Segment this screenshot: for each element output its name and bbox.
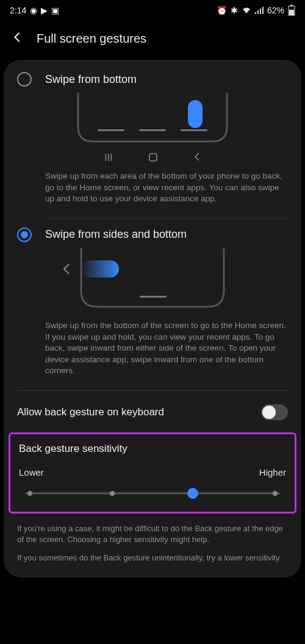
svg-rect-0 <box>255 12 256 14</box>
page-title: Full screen gestures <box>37 32 146 46</box>
option-swipe-bottom-desc: Swipe up from each area of the bottom of… <box>17 171 288 205</box>
sensitivity-slider[interactable] <box>19 487 286 499</box>
recents-icon: III <box>104 152 112 165</box>
svg-rect-7 <box>98 129 124 131</box>
option-swipe-bottom[interactable]: Swipe from bottom III Swipe up from each… <box>4 63 301 210</box>
settings-panel: Swipe from bottom III Swipe up from each… <box>4 60 301 578</box>
bluetooth-icon: ✱ <box>231 5 238 15</box>
picture-icon: ▣ <box>51 5 59 15</box>
nav-icons-row: III <box>17 152 288 165</box>
sensitivity-lower-label: Lower <box>19 467 44 478</box>
sensitivity-higher-label: Higher <box>259 467 286 478</box>
allow-back-gesture-toggle[interactable] <box>261 404 288 420</box>
battery-text: 62% <box>267 5 284 15</box>
option-swipe-sides-title: Swipe from sides and bottom <box>45 228 187 241</box>
option-swipe-sides-desc: Swipe up from the bottom of the screen t… <box>17 320 288 377</box>
option-swipe-sides[interactable]: Swipe from sides and bottom Swipe up fro… <box>4 219 301 382</box>
status-left: 2:14 ◉ ▶ ▣ <box>10 5 59 15</box>
sensitivity-title: Back gesture sensitivity <box>19 443 286 455</box>
svg-rect-2 <box>260 9 261 14</box>
home-icon <box>148 152 158 165</box>
allow-back-gesture-label: Allow back gesture on keyboard <box>17 406 164 418</box>
svg-rect-10 <box>188 100 203 128</box>
sensitivity-section: Back gesture sensitivity Lower Higher <box>9 432 296 513</box>
svg-rect-1 <box>257 10 259 14</box>
svg-rect-12 <box>81 260 119 277</box>
status-bar: 2:14 ◉ ▶ ▣ ⏰ ✱ 62% <box>0 0 305 21</box>
battery-icon <box>288 5 295 16</box>
record-icon: ◉ <box>30 5 37 15</box>
alarm-icon: ⏰ <box>217 5 227 15</box>
youtube-icon: ▶ <box>41 5 48 15</box>
svg-rect-11 <box>149 154 157 161</box>
option-swipe-bottom-title: Swipe from bottom <box>45 73 137 86</box>
radio-swipe-bottom[interactable] <box>17 72 32 87</box>
status-right: ⏰ ✱ 62% <box>217 5 295 16</box>
status-time: 2:14 <box>10 5 26 15</box>
svg-rect-9 <box>181 129 207 131</box>
svg-rect-3 <box>262 7 264 14</box>
svg-rect-8 <box>139 129 166 131</box>
wifi-icon <box>242 7 251 14</box>
back-button[interactable] <box>11 30 24 46</box>
signal-icon <box>255 7 264 14</box>
swipe-sides-illustration <box>17 248 288 315</box>
swipe-bottom-illustration <box>17 93 288 148</box>
header: Full screen gestures <box>0 21 305 60</box>
allow-back-gesture-row[interactable]: Allow back gesture on keyboard <box>4 391 301 432</box>
svg-rect-13 <box>140 296 167 298</box>
svg-rect-6 <box>289 10 294 15</box>
footnote-p2: If you sometimes do the Back gesture uni… <box>17 553 288 564</box>
footnote-p1: If you're using a case, it might be diff… <box>17 523 288 545</box>
radio-swipe-sides[interactable] <box>17 227 32 242</box>
footnote: If you're using a case, it might be diff… <box>4 513 301 564</box>
back-nav-icon <box>193 152 201 165</box>
